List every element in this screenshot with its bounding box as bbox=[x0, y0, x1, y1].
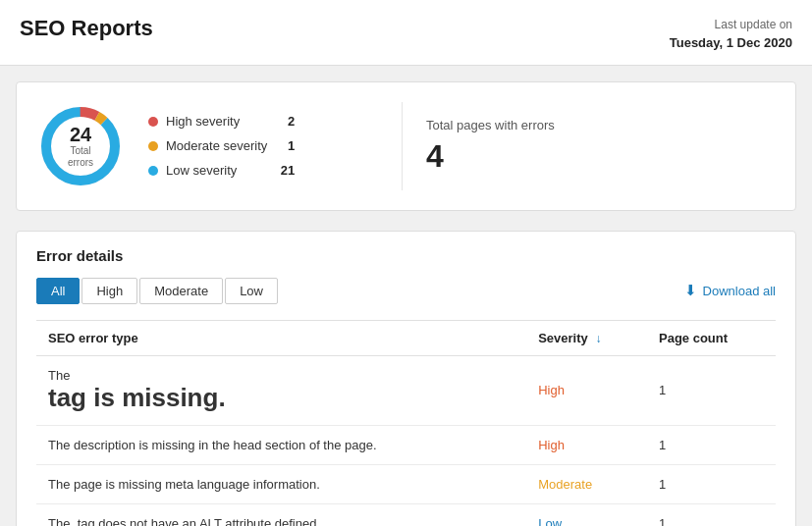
table-row: The tag is missing. High 1 bbox=[36, 355, 776, 425]
page-count-cell: 1 bbox=[647, 503, 776, 526]
legend: High severity 2 Moderate severity 1 Low … bbox=[148, 114, 295, 178]
legend-label-moderate: Moderate severity bbox=[166, 138, 267, 153]
error-details-section: Error details All High Moderate Low ⬇ Do… bbox=[16, 231, 796, 527]
donut-chart: 24 Total errors bbox=[36, 102, 125, 190]
severity-cell: High bbox=[526, 355, 647, 425]
page-count-cell: 1 bbox=[647, 355, 776, 425]
donut-center: 24 Total errors bbox=[59, 124, 103, 169]
table-row: The description is missing in the head s… bbox=[36, 425, 776, 464]
severity-badge: Moderate bbox=[538, 477, 592, 492]
total-pages-value: 4 bbox=[426, 138, 776, 175]
legend-count-high: 2 bbox=[275, 114, 295, 129]
legend-dot-high bbox=[148, 117, 158, 127]
error-details-title: Error details bbox=[36, 247, 776, 264]
summary-card: 24 Total errors High severity 2 Moderate… bbox=[16, 81, 796, 211]
donut-total: 24 bbox=[59, 124, 103, 145]
legend-item-low: Low severity 21 bbox=[148, 163, 295, 178]
summary-right: Total pages with errors 4 bbox=[403, 102, 776, 190]
tab-moderate[interactable]: Moderate bbox=[139, 278, 223, 304]
last-update-label: Last update on bbox=[670, 16, 792, 33]
legend-item-moderate: Moderate severity 1 bbox=[148, 138, 295, 153]
tab-all[interactable]: All bbox=[36, 278, 80, 304]
page-count-cell: 1 bbox=[647, 464, 776, 503]
table-row: The tag does not have an ALT attribute d… bbox=[36, 503, 776, 526]
page-header: SEO Reports Last update on Tuesday, 1 De… bbox=[0, 0, 812, 66]
error-table: SEO error type Severity ↓ Page count The… bbox=[36, 320, 776, 527]
error-type-cell: The tag is missing. bbox=[36, 355, 526, 425]
tabs-bar: All High Moderate Low ⬇ Download all bbox=[36, 278, 776, 304]
table-row: The page is missing meta language inform… bbox=[36, 464, 776, 503]
severity-badge: High bbox=[538, 383, 565, 397]
error-type-cell: The tag does not have an ALT attribute d… bbox=[36, 503, 526, 526]
last-update: Last update on Tuesday, 1 Dec 2020 bbox=[670, 16, 792, 53]
total-pages-label: Total pages with errors bbox=[426, 118, 776, 132]
severity-cell: Low bbox=[526, 503, 647, 526]
last-update-date: Tuesday, 1 Dec 2020 bbox=[670, 33, 792, 53]
download-btn-label: Download all bbox=[703, 284, 776, 298]
tab-low[interactable]: Low bbox=[225, 278, 278, 304]
severity-badge: Low bbox=[538, 516, 562, 527]
page-count-cell: 1 bbox=[647, 425, 776, 464]
legend-count-low: 21 bbox=[275, 163, 295, 178]
severity-badge: High bbox=[538, 438, 565, 452]
download-icon: ⬇ bbox=[684, 282, 697, 299]
page-title: SEO Reports bbox=[20, 16, 153, 41]
col-page-count: Page count bbox=[647, 320, 776, 355]
download-all-button[interactable]: ⬇ Download all bbox=[684, 282, 776, 299]
legend-label-high: High severity bbox=[166, 114, 267, 129]
legend-item-high: High severity 2 bbox=[148, 114, 295, 129]
col-error-type: SEO error type bbox=[36, 320, 526, 355]
legend-dot-moderate bbox=[148, 141, 158, 151]
legend-label-low: Low severity bbox=[166, 163, 267, 178]
donut-label: Total errors bbox=[59, 145, 103, 169]
summary-left: 24 Total errors High severity 2 Moderate… bbox=[36, 102, 403, 190]
severity-cell: High bbox=[526, 425, 647, 464]
error-type-cell: The page is missing meta language inform… bbox=[36, 464, 526, 503]
table-header-row: SEO error type Severity ↓ Page count bbox=[36, 320, 776, 355]
col-severity: Severity ↓ bbox=[526, 320, 647, 355]
tab-high[interactable]: High bbox=[81, 278, 137, 304]
error-type-cell: The description is missing in the head s… bbox=[36, 425, 526, 464]
legend-dot-low bbox=[148, 166, 158, 176]
severity-cell: Moderate bbox=[526, 464, 647, 503]
severity-sort-icon[interactable]: ↓ bbox=[595, 332, 601, 345]
tabs: All High Moderate Low bbox=[36, 278, 278, 304]
legend-count-moderate: 1 bbox=[275, 138, 295, 153]
